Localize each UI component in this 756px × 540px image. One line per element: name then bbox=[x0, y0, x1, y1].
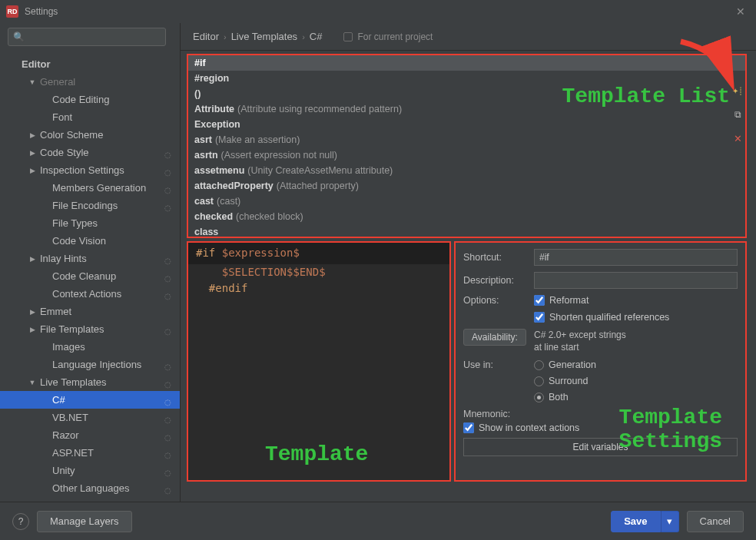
layer-badge-icon bbox=[164, 413, 174, 422]
layer-badge-icon bbox=[164, 272, 174, 281]
window-close-button[interactable]: ✕ bbox=[731, 5, 750, 18]
edit-variables-button[interactable]: Edit variables bbox=[463, 438, 738, 456]
tree-item-general[interactable]: ▼General bbox=[0, 73, 180, 91]
tree-item-label: Font bbox=[52, 111, 72, 123]
availability-text: C# 2.0+ except strings at line start bbox=[534, 329, 626, 353]
window-title: Settings bbox=[25, 6, 731, 17]
save-dropdown[interactable]: ▾ bbox=[661, 511, 679, 532]
show-context-actions-checkbox[interactable]: Show in context actions bbox=[463, 422, 738, 433]
tree-item-other-languages[interactable]: Other Languages bbox=[0, 479, 180, 497]
cancel-button[interactable]: Cancel bbox=[687, 511, 744, 532]
template-row[interactable]: Attribute (Attribute using recommended p… bbox=[188, 101, 745, 117]
tree-item-label: ASP.NET bbox=[52, 447, 94, 459]
save-button[interactable]: Save bbox=[611, 511, 660, 532]
main-panel: Editor › Live Templates › C# For current… bbox=[181, 23, 756, 502]
availability-button[interactable]: Availability: bbox=[463, 329, 526, 346]
tree-item-label: Emmet bbox=[40, 306, 71, 317]
template-desc: (Make an assertion) bbox=[215, 134, 300, 145]
layer-badge-icon bbox=[164, 466, 174, 475]
app-icon: RD bbox=[6, 5, 18, 18]
crumb-editor[interactable]: Editor bbox=[193, 31, 219, 42]
tree-item-label: Code Cleanup bbox=[52, 270, 116, 282]
template-row[interactable]: #if bbox=[188, 55, 745, 71]
tree-item-code-editing[interactable]: Code Editing bbox=[0, 91, 180, 108]
tree-item-file-encodings[interactable]: File Encodings bbox=[0, 197, 180, 214]
tree-item-label: Images bbox=[52, 341, 85, 353]
tree-item-label: File Types bbox=[52, 217, 98, 229]
template-row[interactable]: Exception bbox=[188, 117, 745, 132]
tree-item-file-types[interactable]: File Types bbox=[0, 214, 180, 232]
tree-item-razor[interactable]: Razor bbox=[0, 426, 180, 444]
use-in-label: Use in: bbox=[463, 359, 534, 370]
tree-item-label: Code Vision bbox=[52, 235, 106, 247]
template-row[interactable]: asrt (Make an assertion) bbox=[188, 132, 745, 147]
template-key: class bbox=[194, 227, 218, 237]
use-in-generation-radio[interactable]: Generation bbox=[534, 359, 596, 370]
tree-item-language-injections[interactable]: Language Injections bbox=[0, 356, 180, 373]
tree-item-font[interactable]: Font bbox=[0, 108, 180, 126]
settings-tree[interactable]: Editor ▼GeneralCode EditingFont▶Color Sc… bbox=[0, 51, 180, 502]
tree-item-members-generation[interactable]: Members Generation bbox=[0, 179, 180, 197]
tree-item-images[interactable]: Images bbox=[0, 338, 180, 356]
tree-item-emmet[interactable]: ▶Emmet bbox=[0, 303, 180, 320]
tree-item-inlay-hints[interactable]: ▶Inlay Hints bbox=[0, 250, 180, 267]
template-key: () bbox=[194, 88, 201, 99]
tree-arrow-icon: ▶ bbox=[28, 167, 37, 174]
template-key: Exception bbox=[194, 119, 240, 130]
tree-item-vb-net[interactable]: VB.NET bbox=[0, 409, 180, 426]
template-row[interactable]: checked (checked block) bbox=[188, 209, 745, 224]
use-in-surround-radio[interactable]: Surround bbox=[534, 376, 596, 386]
for-project-toggle[interactable]: For current project bbox=[343, 31, 433, 42]
tree-item-label: Other Languages bbox=[52, 482, 129, 494]
tree-heading: Editor bbox=[0, 55, 180, 73]
reformat-checkbox[interactable]: Reformat bbox=[534, 295, 669, 306]
template-key: assetmenu bbox=[194, 165, 244, 176]
template-row[interactable]: class bbox=[188, 224, 745, 238]
tree-item-unity[interactable]: Unity bbox=[0, 462, 180, 479]
shortcut-label: Shortcut: bbox=[463, 252, 534, 263]
for-project-label: For current project bbox=[357, 31, 433, 42]
new-template-icon[interactable]: ✦┊ bbox=[731, 84, 744, 97]
tree-item-code-vision[interactable]: Code Vision bbox=[0, 232, 180, 250]
layer-badge-icon bbox=[164, 166, 174, 175]
copy-template-icon[interactable]: ⧉ bbox=[731, 108, 744, 121]
tree-item-label: Inlay Hints bbox=[40, 253, 87, 264]
tree-item-c-[interactable]: C# bbox=[0, 391, 180, 409]
template-list[interactable]: #if#region()Attribute (Attribute using r… bbox=[187, 54, 747, 238]
manage-layers-button[interactable]: Manage Layers bbox=[37, 511, 132, 532]
shorten-refs-checkbox[interactable]: Shorten qualified references bbox=[534, 312, 669, 323]
crumb-live-templates[interactable]: Live Templates bbox=[231, 31, 297, 42]
search-input[interactable]: 🔍 bbox=[8, 28, 166, 46]
template-key: #if bbox=[194, 58, 206, 68]
search-icon: 🔍 bbox=[13, 31, 25, 42]
layer-badge-icon bbox=[164, 290, 174, 299]
template-row[interactable]: () bbox=[188, 86, 745, 101]
shortcut-input[interactable] bbox=[534, 249, 738, 266]
template-row[interactable]: cast (cast) bbox=[188, 194, 745, 209]
tree-item-color-scheme[interactable]: ▶Color Scheme bbox=[0, 126, 180, 144]
tree-item-asp-net[interactable]: ASP.NET bbox=[0, 444, 180, 462]
tree-item-label: General bbox=[40, 76, 75, 88]
tree-item-inspection-settings[interactable]: ▶Inspection Settings bbox=[0, 161, 180, 179]
tree-item-label: Code Style bbox=[40, 147, 89, 158]
tree-item-context-actions[interactable]: Context Actions bbox=[0, 285, 180, 303]
tree-item-file-templates[interactable]: ▶File Templates bbox=[0, 320, 180, 338]
template-row[interactable]: asrtn (Assert expression not null) bbox=[188, 147, 745, 163]
template-editor[interactable]: #if $expression$ $SELECTION$$END$ #endif… bbox=[187, 241, 451, 482]
template-settings: Shortcut: Description: Options: Reformat… bbox=[454, 241, 747, 482]
settings-sidebar: 🔍 Editor ▼GeneralCode EditingFont▶Color … bbox=[0, 23, 181, 502]
help-button[interactable]: ? bbox=[12, 513, 29, 530]
tree-item-live-templates[interactable]: ▼Live Templates bbox=[0, 373, 180, 391]
delete-template-icon[interactable]: ✕ bbox=[731, 132, 744, 144]
tree-item-code-style[interactable]: ▶Code Style bbox=[0, 144, 180, 161]
template-row[interactable]: #region bbox=[188, 71, 745, 86]
mnemonic-label: Mnemonic: bbox=[463, 409, 534, 419]
layer-badge-icon bbox=[164, 396, 174, 405]
template-row[interactable]: attachedProperty (Attached property) bbox=[188, 178, 745, 194]
tree-item-code-cleanup[interactable]: Code Cleanup bbox=[0, 267, 180, 285]
tree-item-label: Language Injections bbox=[52, 359, 141, 370]
description-input[interactable] bbox=[534, 272, 738, 289]
use-in-both-radio[interactable]: Both bbox=[534, 392, 596, 403]
template-key: asrt bbox=[194, 134, 212, 145]
template-row[interactable]: assetmenu (Unity CreateAssetMenu attribu… bbox=[188, 163, 745, 178]
